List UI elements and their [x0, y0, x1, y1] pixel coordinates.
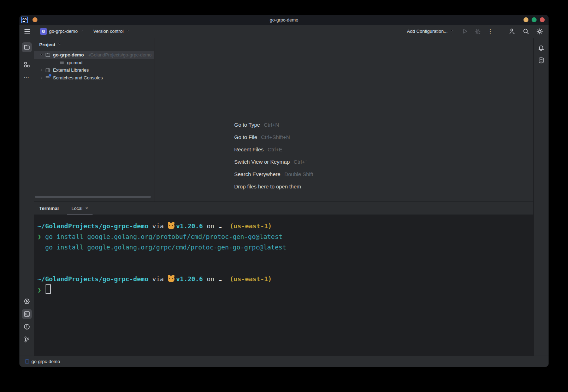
project-selector[interactable]: G go-grpc-demo	[40, 28, 84, 35]
terminal-header: Terminal Local ×	[34, 201, 533, 215]
window-controls	[523, 17, 549, 22]
database-tool-button[interactable]	[536, 55, 546, 65]
terminal-line	[37, 253, 533, 263]
chevron-down-icon[interactable]	[39, 53, 44, 57]
shortcut-label: Switch View or Keymap	[234, 159, 290, 165]
terminal-panel: Terminal Local × ~/GolandProjects/go-grp…	[34, 201, 533, 356]
shortcut-keys: Ctrl+Shift+N	[261, 134, 290, 140]
close-icon[interactable]: ×	[85, 206, 88, 211]
project-badge: G	[40, 28, 47, 35]
terminal-text-path: ~/GolandProjects/go-grpc-demo	[37, 275, 148, 283]
more-actions-button[interactable]: ⋮	[487, 28, 493, 35]
hamburger-menu-icon[interactable]	[24, 28, 31, 35]
project-panel-header[interactable]: Project	[34, 38, 154, 47]
terminal-text-cloud: ☁	[218, 222, 222, 230]
terminal-text-plain: via	[148, 275, 167, 283]
chevron-right-icon[interactable]	[39, 68, 44, 72]
terminal-text-version: v1.20.6	[176, 275, 203, 283]
debug-button[interactable]	[474, 28, 481, 35]
goland-logo-icon: GO	[21, 17, 28, 23]
terminal-text-command: go install google.golang.org/grpc/cmd/pr…	[45, 243, 286, 251]
project-panel-title: Project	[39, 42, 55, 47]
chevron-down-icon	[126, 29, 130, 34]
ide-window: GO go-grpc-demo G go-grpc-demo Version c…	[19, 15, 549, 367]
terminal-text-plain: via	[148, 222, 167, 230]
services-tool-button[interactable]	[22, 296, 32, 306]
libraries-icon	[44, 67, 51, 73]
editor-area: Go to TypeCtrl+NGo to FileCtrl+Shift+NRe…	[155, 38, 533, 201]
run-configuration-selector[interactable]: Add Configuration...	[407, 29, 454, 34]
tree-item-label: External Libraries	[53, 67, 89, 73]
version-control-menu[interactable]: Version control	[93, 29, 130, 34]
scratches-icon	[44, 75, 51, 80]
tree-row-scratches[interactable]: Scratches and Consoles	[34, 74, 154, 82]
code-with-me-button[interactable]	[509, 28, 516, 35]
terminal-tab-local[interactable]: Local ×	[67, 202, 92, 215]
shortcut-row: Search EverywhereDouble Shift	[234, 168, 313, 180]
terminal-text-prompt: ❯	[37, 233, 41, 240]
project-tree: go-grpc-demo ~/GolandProjects/go-grpc-de…	[34, 51, 154, 82]
window-title: go-grpc-demo	[19, 17, 549, 23]
tree-item-label: go.mod	[67, 60, 82, 65]
terminal-line	[37, 263, 533, 274]
terminal-title[interactable]: Terminal	[39, 206, 59, 211]
terminal-cursor	[46, 284, 51, 294]
terminal-text-path: ~/GolandProjects/go-grpc-demo	[37, 222, 148, 230]
terminal-text-cloud: ☁	[218, 275, 222, 283]
terminal-text-plain	[41, 286, 45, 294]
minimize-button[interactable]	[523, 17, 528, 22]
problems-tool-button[interactable]	[22, 322, 32, 332]
shortcut-keys: Ctrl+N	[264, 122, 279, 128]
terminal-line: ❯	[37, 284, 533, 295]
terminal-text-prompt: ❯	[37, 286, 41, 294]
terminal-line: go install google.golang.org/grpc/cmd/pr…	[37, 242, 533, 253]
project-selector-label: go-grpc-demo	[49, 29, 78, 34]
shortcut-row: Drop files here to open them	[234, 180, 313, 193]
shortcut-label: Search Everywhere	[234, 171, 280, 177]
shortcut-label: Go to Type	[234, 122, 260, 128]
terminal-text-plain	[37, 243, 45, 251]
add-configuration-label: Add Configuration...	[407, 29, 448, 34]
zoom-button[interactable]	[532, 17, 537, 22]
project-tool-button[interactable]	[22, 42, 32, 52]
tree-item-label: go-grpc-demo	[53, 52, 84, 58]
more-tool-windows-button[interactable]: ⋯	[22, 72, 32, 82]
terminal-text-plain: on	[203, 275, 218, 283]
shortcut-label: Go to File	[234, 134, 257, 140]
search-everywhere-button[interactable]	[522, 28, 529, 35]
structure-tool-button[interactable]	[22, 60, 32, 70]
close-button[interactable]	[540, 17, 545, 22]
terminal-line: ❯ go install google.golang.org/protobuf/…	[37, 231, 533, 242]
horizontal-scrollbar[interactable]	[35, 196, 151, 198]
terminal-tool-button[interactable]	[22, 309, 32, 319]
version-control-label: Version control	[93, 29, 124, 34]
chevron-right-icon[interactable]	[39, 76, 44, 80]
right-tool-strip	[533, 38, 549, 356]
terminal-output[interactable]: ~/GolandProjects/go-grpc-demo via v1.20.…	[34, 215, 533, 356]
shortcut-row: Go to TypeCtrl+N	[234, 119, 313, 131]
tree-row-project-root[interactable]: go-grpc-demo ~/GolandProjects/go-grpc-de…	[34, 51, 154, 59]
tree-row-external-libraries[interactable]: External Libraries	[34, 66, 154, 74]
settings-button[interactable]	[536, 28, 543, 35]
hamster-emoji	[168, 223, 174, 229]
folder-icon	[44, 52, 51, 58]
terminal-text-region: (us-east-1)	[222, 275, 272, 283]
shortcuts-list: Go to TypeCtrl+NGo to FileCtrl+Shift+NRe…	[234, 119, 313, 193]
git-tool-button[interactable]	[22, 334, 32, 344]
notifications-button[interactable]	[536, 43, 546, 53]
tree-item-path: ~/GolandProjects/go-grpc-demo	[86, 52, 152, 58]
terminal-line: ~/GolandProjects/go-grpc-demo via v1.20.…	[37, 221, 533, 231]
shortcut-keys: Double Shift	[284, 171, 313, 177]
terminal-line: ~/GolandProjects/go-grpc-demo via v1.20.…	[37, 274, 533, 284]
left-strip-bottom	[22, 295, 32, 346]
hamster-emoji	[168, 276, 174, 282]
main-toolbar: G go-grpc-demo Version control Add Confi…	[19, 25, 549, 38]
terminal-tab-label: Local	[71, 206, 82, 211]
terminal-text-command: go install google.golang.org/protobuf/cm…	[45, 233, 283, 240]
shortcut-label: Recent Files	[234, 146, 264, 152]
run-button[interactable]	[462, 28, 468, 35]
status-bar: go-grpc-demo	[19, 356, 549, 367]
tree-row-go-mod[interactable]: go.mod	[34, 59, 154, 67]
module-icon	[25, 360, 29, 363]
statusbar-project-name[interactable]: go-grpc-demo	[31, 359, 60, 364]
